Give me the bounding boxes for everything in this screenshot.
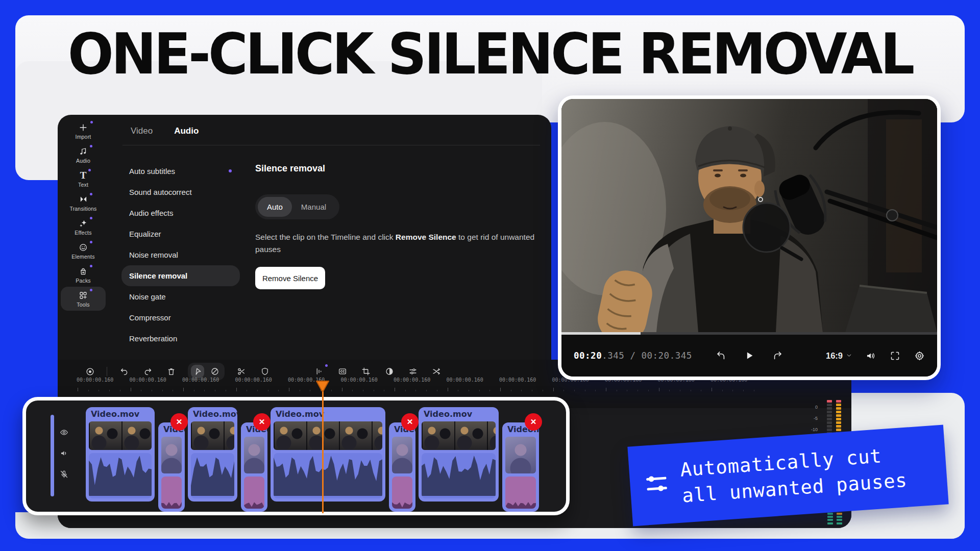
clip-name: Video.mov (276, 409, 324, 419)
trash-icon[interactable] (164, 365, 178, 378)
mode-manual-button[interactable]: Manual (292, 197, 335, 217)
sidebar-item-effects[interactable]: Effects (61, 215, 106, 239)
adjust-icon[interactable] (406, 365, 420, 378)
menu-item-auto-subtitles[interactable]: Auto subtitles (121, 161, 240, 182)
crop-icon[interactable] (359, 365, 373, 378)
grid-icon (79, 290, 88, 300)
track-header (58, 426, 70, 480)
timeline-clip-video[interactable]: Video.mov (188, 407, 237, 502)
sidebar-rail: Import Audio T Text Transitions Effects … (61, 119, 106, 311)
mode-auto-button[interactable]: Auto (258, 197, 292, 217)
menu-item-noise-gate[interactable]: Noise gate (121, 286, 240, 307)
timecode: 00:20.345 / 00:20.345 (574, 350, 692, 361)
player-options: 16:9 (826, 349, 926, 362)
ruler-label: 00:00:00.160 (394, 377, 430, 383)
clip-filmstrip (89, 421, 152, 450)
eye-icon[interactable] (58, 426, 70, 438)
menu-item-compressor[interactable]: Compressor (121, 307, 240, 328)
captions-icon[interactable] (336, 365, 349, 378)
speaker-icon[interactable] (58, 447, 70, 459)
skip-forward-icon[interactable] (771, 349, 785, 362)
notification-dot (90, 193, 92, 195)
sidebar-item-tools[interactable]: Tools (61, 287, 106, 311)
menu-item-reverberation[interactable]: Reverberation (121, 328, 240, 349)
note-icon (79, 146, 88, 157)
timeline-clip-silence[interactable]: Video.mov ✕ (241, 422, 267, 512)
tab-bar: VideoAudio (131, 126, 199, 136)
fullscreen-icon[interactable] (888, 349, 901, 362)
delete-silence-badge[interactable]: ✕ (401, 413, 419, 431)
tab-divider (122, 145, 540, 145)
sidebar-item-transitions[interactable]: Transitions (61, 191, 106, 215)
settings-gear-icon[interactable] (913, 349, 926, 362)
silence-waveform (505, 477, 536, 509)
menu-item-equalizer[interactable]: Equalizer (121, 223, 240, 244)
mute-icon[interactable] (58, 468, 70, 480)
cut-icon[interactable] (235, 365, 248, 378)
sidebar-item-text[interactable]: T Text (61, 167, 106, 191)
contrast-icon[interactable] (383, 365, 396, 378)
notification-dot (90, 145, 92, 147)
timeline-clip-silence[interactable]: Video.mov ✕ (389, 422, 415, 512)
notification-dot (90, 241, 92, 243)
ruler-label: 00:00:00.160 (130, 377, 166, 383)
split-icon[interactable] (430, 365, 443, 378)
bowtie-icon (79, 194, 88, 205)
playhead-handle[interactable] (315, 380, 330, 393)
levels-icon[interactable] (312, 365, 326, 378)
timeline-clip-silence[interactable]: Video.mov ✕ (158, 422, 185, 512)
ruler-label: 00:00:00.160 (182, 377, 219, 383)
sidebar-item-elements[interactable]: Elements (61, 239, 106, 263)
aspect-ratio-dropdown[interactable]: 16:9 (826, 351, 852, 361)
smiley-icon (79, 242, 88, 253)
silence-waveform (161, 477, 182, 509)
menu-item-audio-effects[interactable]: Audio effects (121, 203, 240, 223)
timeline-clip-video[interactable]: Video.mov (86, 407, 155, 502)
notification-dot (325, 364, 328, 367)
sliders-icon (643, 469, 671, 499)
ruler-label: 00:00:00.160 (235, 377, 272, 383)
promo-banner-text: Automatically cut all unwanted pauses (679, 441, 908, 509)
record-icon[interactable] (83, 365, 96, 378)
remove-silence-button[interactable]: Remove Silence (255, 267, 325, 289)
clip-waveform (274, 453, 382, 498)
delete-silence-badge[interactable]: ✕ (170, 413, 188, 431)
tab-audio[interactable]: Audio (174, 126, 199, 136)
notification-dot (90, 217, 92, 219)
video-frame[interactable] (561, 99, 937, 332)
timeline-clip-video[interactable]: Video.mov (419, 407, 499, 502)
clip-filmstrip (422, 421, 496, 450)
sidebar-item-import[interactable]: Import (61, 119, 106, 143)
sparkles-icon (79, 218, 88, 229)
play-icon[interactable] (743, 349, 756, 362)
timeline-clip-silence[interactable]: Video.mov ✕ (502, 422, 539, 512)
notification-dot (90, 121, 93, 123)
sidebar-item-packs[interactable]: Packs (61, 263, 106, 287)
clip-filmstrip (191, 421, 234, 450)
notification-dot (90, 265, 92, 267)
clip-waveform (191, 453, 234, 498)
player-controls: 00:20.345 / 00:20.345 16:9 (561, 335, 937, 377)
timeline-clip-video[interactable]: Video.mov (271, 407, 385, 502)
menu-item-sound-autocorrect[interactable]: Sound autocorrect (121, 182, 240, 203)
delete-silence-badge[interactable]: ✕ (525, 413, 542, 431)
track-accent-bar (51, 415, 54, 496)
notification-dot (88, 169, 91, 171)
skip-back-icon[interactable] (714, 349, 727, 362)
clip-name: Video.mov (91, 409, 139, 419)
clip-name: Video.mov (193, 409, 237, 419)
sidebar-item-audio[interactable]: Audio (61, 143, 106, 167)
delete-silence-badge[interactable]: ✕ (253, 413, 271, 431)
menu-item-noise-removal[interactable]: Noise removal (121, 244, 240, 265)
playhead-line[interactable] (322, 391, 324, 513)
redo-icon[interactable] (141, 365, 154, 378)
shield-icon[interactable] (258, 365, 272, 378)
volume-icon[interactable] (864, 349, 877, 362)
chevron-down-icon (846, 351, 852, 361)
select-icon[interactable] (191, 365, 204, 378)
undo-icon[interactable] (117, 365, 131, 378)
slip-icon[interactable] (208, 365, 222, 378)
menu-item-silence-removal[interactable]: Silence removal (121, 265, 240, 286)
tab-video[interactable]: Video (131, 126, 153, 136)
bag-icon (79, 266, 88, 277)
